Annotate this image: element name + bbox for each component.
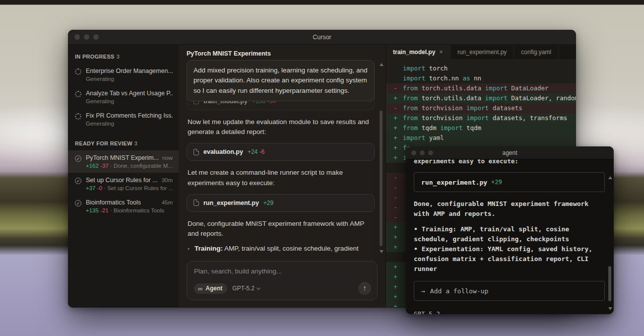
- sidebar-item-cursor-rules[interactable]: ✓ Set up Cursor Rules for ... 30m +37 -0…: [68, 173, 179, 195]
- scroll-down-icon[interactable]: [380, 250, 384, 253]
- code-line: -from torchvision import datasets: [386, 103, 576, 113]
- sidebar-item-pytorch-mnist[interactable]: ✓ PyTorch MNIST Experim... now +162 -37 …: [68, 150, 179, 173]
- diff-minus-icon: -: [392, 83, 399, 93]
- section-count: 3: [134, 140, 137, 146]
- code-text: import torch.nn as nn: [403, 73, 481, 83]
- section-title: READY FOR REVIEW: [75, 140, 132, 146]
- diff-plus-icon: +: [392, 272, 399, 282]
- assistant-paragraph: Now let me update the evaluation module …: [188, 117, 374, 137]
- chat-input-placeholder[interactable]: Plan, search, build anything...: [194, 268, 371, 275]
- item-status: Generating: [86, 121, 173, 127]
- scroll-up-icon[interactable]: [608, 176, 612, 179]
- scroll-up-icon[interactable]: [380, 63, 384, 66]
- check-circle-icon: ✓: [75, 155, 81, 162]
- diff-plus-icon: +: [392, 113, 399, 123]
- tab-label: config.yaml: [521, 49, 551, 56]
- titlebar: Cursor: [68, 30, 576, 45]
- user-message: Add mixed precision training, learning r…: [187, 60, 375, 101]
- diff-plus-icon: +: [392, 262, 399, 272]
- summary-bullets: • Training: AMP, train/val split, cosine…: [188, 244, 374, 256]
- diff-plus-icon: +: [392, 143, 399, 153]
- bullet-dot: •: [188, 244, 194, 256]
- bullet-training: • Training: AMP, train/val split, cosine…: [188, 244, 374, 256]
- diff-plus-icon: +: [392, 232, 399, 242]
- window-title: Cursor: [68, 34, 576, 41]
- agent-mode-pill[interactable]: ∞ Agent: [194, 283, 227, 294]
- chat-scrollbar[interactable]: [378, 61, 384, 255]
- code-line: import torch.nn as nn: [386, 73, 576, 83]
- diff-plus-icon: +: [392, 242, 399, 252]
- diff-minus-icon: -: [392, 202, 399, 212]
- file-card-evaluation[interactable]: evaluation.py +24 -6: [187, 143, 375, 161]
- file-card-run-experiment[interactable]: run_experiment.py +29: [187, 194, 375, 212]
- diff-gutter: [392, 64, 399, 73]
- sidebar-item-analyze-tab[interactable]: Analyze Tab vs Agent Usage P... Generati…: [68, 86, 179, 108]
- tab-label: run_experiment.py: [457, 49, 507, 56]
- spinner-icon: [75, 113, 81, 120]
- model-selector[interactable]: GPT-5.2: [232, 285, 260, 292]
- chevron-down-icon: [257, 285, 260, 289]
- sidebar: IN PROGRESS3 Enterprise Order Managemen.…: [68, 45, 179, 307]
- agent-titlebar: agent: [406, 146, 614, 159]
- send-button[interactable]: ↑: [358, 282, 371, 295]
- item-title: Set up Cursor Rules for ...: [86, 177, 158, 184]
- diff-plus-icon: +: [392, 292, 399, 302]
- close-tab-icon[interactable]: ×: [439, 48, 443, 56]
- code-line: import torch: [386, 64, 576, 73]
- model-label: GPT-5.2: [232, 285, 255, 292]
- item-status: Generating: [86, 76, 173, 82]
- agent-window-title: agent: [406, 149, 614, 156]
- code-text: from torchvision import datasets: [403, 103, 522, 113]
- bullet-experimentation: • Experimentation: YAML config, saved hi…: [414, 244, 605, 274]
- diff-plus-icon: +: [392, 133, 399, 143]
- tab-train-model[interactable]: train_model.py ×: [386, 45, 451, 59]
- diff-minus-icon: -: [392, 212, 399, 222]
- diff-plus-icon: +: [392, 93, 399, 103]
- code-text: import yaml: [403, 133, 444, 143]
- followup-input[interactable]: → Add a follow-up: [414, 281, 605, 301]
- code-text: from torchvision import datasets, transf…: [403, 113, 567, 123]
- diff-gutter: [392, 73, 399, 83]
- item-stats: +135 -21 · Bioinformatics Tools: [86, 207, 173, 213]
- infinity-icon: ∞: [198, 285, 202, 292]
- item-status: Generating: [86, 98, 173, 104]
- code-text: from tqdm import tqdm: [403, 123, 481, 133]
- item-time: 45m: [162, 200, 173, 205]
- diff-minus-icon: -: [392, 103, 399, 113]
- scroll-down-icon[interactable]: [608, 307, 612, 310]
- item-title: Analyze Tab vs Agent Usage P...: [86, 90, 173, 97]
- followup-placeholder: Add a follow-up: [430, 287, 488, 295]
- bullet-training: • Training: AMP, train/val split, cosine…: [414, 224, 605, 244]
- code-text: from torch.utils.data import DataLoader,…: [403, 93, 576, 103]
- agent-scrollbar[interactable]: [607, 174, 613, 312]
- agent-model-label[interactable]: GPT-5.2: [414, 309, 605, 314]
- agent-bullets: • Training: AMP, train/val split, cosine…: [414, 224, 605, 274]
- spinner-icon: [75, 68, 81, 75]
- tab-label: train_model.py: [393, 49, 435, 56]
- diff-plus-icon: +: [392, 302, 399, 307]
- diff-gutter: [392, 163, 399, 173]
- file-name: run_experiment.py: [203, 200, 259, 206]
- chat-input-box[interactable]: Plan, search, build anything... ∞ Agent …: [187, 261, 378, 300]
- file-name: evaluation.py: [203, 148, 243, 155]
- scrollbar-thumb[interactable]: [380, 111, 383, 246]
- tab-config-yaml[interactable]: config.yaml: [514, 45, 559, 59]
- diff-plus-icon: +: [392, 123, 399, 133]
- code-line: +from tqdm import tqdm: [386, 123, 576, 133]
- assistant-summary: Done, configurable MNIST experiment fram…: [188, 219, 374, 239]
- scrollbar-thumb[interactable]: [608, 266, 611, 301]
- item-title: Fix PR Comments Fetching Iss...: [86, 112, 173, 119]
- file-diff-stats: +24 -6: [248, 148, 264, 155]
- file-card-run-experiment[interactable]: run_experiment.py +29: [414, 172, 605, 192]
- agent-summary: Done, configurable MNIST experiment fram…: [414, 199, 605, 218]
- sidebar-item-fix-pr-comments[interactable]: Fix PR Comments Fetching Iss... Generati…: [68, 108, 179, 131]
- agent-footer: GPT-5.2 / for commands · @ for files: [414, 309, 605, 314]
- sidebar-item-enterprise-order[interactable]: Enterprise Order Managemen... Generating: [68, 64, 179, 86]
- item-stats: +37 -0 · Set up Cursor Rules for ...: [86, 185, 173, 191]
- item-time: now: [162, 155, 173, 161]
- diff-minus-icon: -: [392, 173, 399, 183]
- diff-plus-icon: +: [392, 222, 399, 232]
- tab-run-experiment[interactable]: run_experiment.py: [451, 45, 514, 59]
- item-title: PyTorch MNIST Experim...: [86, 154, 159, 161]
- sidebar-item-bioinformatics[interactable]: ✓ Bioinformatics Tools 45m +135 -21 · Bi…: [68, 195, 179, 217]
